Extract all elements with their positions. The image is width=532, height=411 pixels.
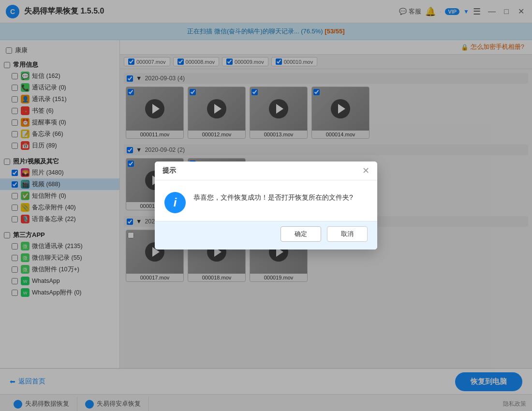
modal-title: 提示 [163,166,176,175]
modal-close-button[interactable]: ✕ [362,166,369,175]
modal-dialog: 提示 ✕ i 恭喜您，文件恢复成功！是否打开恢复所在的文件夹? 确定 取消 [155,161,377,250]
modal-info-icon: i [164,192,186,213]
modal-confirm-button[interactable]: 确定 [281,226,321,242]
modal-message: 恭喜您，文件恢复成功！是否打开恢复所在的文件夹? [193,192,353,204]
modal-overlay[interactable]: 提示 ✕ i 恭喜您，文件恢复成功！是否打开恢复所在的文件夹? 确定 取消 [0,0,532,411]
modal-footer: 确定 取消 [155,221,377,250]
modal-body: i 恭喜您，文件恢复成功！是否打开恢复所在的文件夹? [155,180,377,221]
modal-header: 提示 ✕ [155,161,377,180]
modal-cancel-button[interactable]: 取消 [327,226,368,242]
